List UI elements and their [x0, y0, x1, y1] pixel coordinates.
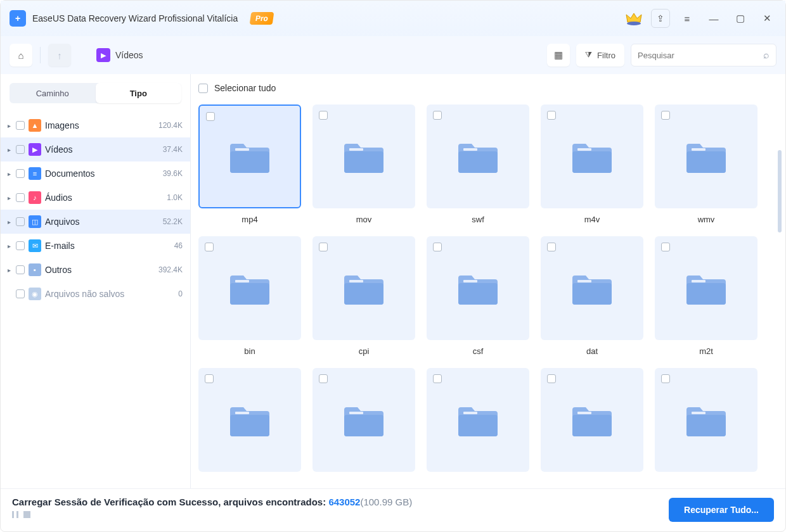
sidebar-item-image[interactable]: ▸ ▲ Imagens 120.4K	[1, 113, 190, 137]
folder-item[interactable]	[427, 368, 529, 488]
category-checkbox[interactable]	[16, 193, 25, 202]
folder-item[interactable]: mov	[312, 104, 415, 225]
folder-item[interactable]: m2t	[655, 236, 757, 357]
folder-card[interactable]	[427, 368, 529, 472]
folder-item[interactable]: dat	[541, 236, 643, 357]
app-icon: +	[10, 10, 26, 27]
audio-icon: ♪	[29, 191, 41, 204]
crown-icon[interactable]	[624, 9, 643, 28]
folder-card[interactable]	[655, 104, 757, 208]
folder-card[interactable]	[198, 368, 301, 472]
folder-card[interactable]	[427, 104, 529, 208]
category-checkbox[interactable]	[16, 169, 25, 178]
folder-item[interactable]: swf	[427, 104, 529, 225]
folder-item[interactable]: bin	[198, 236, 301, 357]
folder-item[interactable]	[655, 368, 757, 488]
category-checkbox[interactable]	[16, 289, 25, 298]
image-icon: ▲	[29, 119, 41, 132]
folder-checkbox[interactable]	[205, 374, 214, 383]
folder-item[interactable]	[198, 368, 301, 488]
pause-icon[interactable]	[12, 511, 14, 518]
sidebar-item-email[interactable]: ▸ ✉ E-mails 46	[1, 234, 190, 258]
category-count: 120.4K	[158, 121, 183, 130]
category-label: Outros	[45, 265, 155, 275]
scan-controls	[12, 511, 30, 518]
segment-type[interactable]: Tipo	[96, 83, 182, 103]
search-box[interactable]: ⌕	[631, 44, 776, 66]
close-button[interactable]: ✕	[757, 9, 776, 28]
folder-checkbox[interactable]	[661, 243, 670, 251]
folder-grid: mp4movswfm4vwmvbincpicsfdatm2t	[191, 102, 785, 488]
folder-card[interactable]	[427, 236, 529, 340]
svg-rect-4	[577, 148, 591, 151]
recover-button[interactable]: Recuperar Tudo...	[669, 498, 774, 522]
scrollbar[interactable]	[778, 150, 782, 232]
folder-card[interactable]	[198, 104, 301, 208]
folder-checkbox[interactable]	[661, 374, 670, 383]
search-input[interactable]	[638, 51, 758, 60]
chevron-right-icon: ▸	[6, 267, 12, 274]
folder-item[interactable]: mp4	[198, 104, 301, 225]
segment-path[interactable]: Caminho	[10, 83, 96, 103]
folder-card[interactable]	[655, 368, 757, 472]
up-button[interactable]: ↑	[48, 44, 71, 66]
category-checkbox[interactable]	[16, 241, 25, 250]
folder-item[interactable]: m4v	[541, 104, 643, 225]
category-label: Arquivos não salvos	[45, 289, 174, 299]
folder-checkbox[interactable]	[206, 112, 215, 121]
folder-checkbox[interactable]	[547, 374, 556, 383]
share-button[interactable]: ⇪	[651, 9, 670, 28]
select-all-checkbox[interactable]	[198, 84, 208, 93]
sidebar-item-video[interactable]: ▸ ▶ Vídeos 37.4K	[1, 137, 190, 162]
stop-icon[interactable]	[23, 511, 30, 518]
category-checkbox[interactable]	[16, 265, 25, 274]
minimize-button[interactable]: —	[704, 9, 723, 28]
status-text: Carregar Sessão de Verificação com Suces…	[12, 497, 412, 507]
folder-checkbox[interactable]	[319, 111, 328, 120]
folder-checkbox[interactable]	[205, 243, 214, 251]
footer: Carregar Sessão de Verificação com Suces…	[1, 488, 785, 531]
folder-checkbox[interactable]	[433, 374, 442, 383]
sidebar-item-unsaved[interactable]: ◉ Arquivos não salvos 0	[1, 282, 190, 306]
folder-card[interactable]	[198, 236, 301, 340]
pro-badge: Pro	[250, 12, 274, 25]
svg-rect-2	[349, 148, 363, 151]
sidebar-item-doc[interactable]: ▸ ≡ Documentos 39.6K	[1, 162, 190, 186]
folder-card[interactable]	[541, 236, 643, 340]
folder-checkbox[interactable]	[547, 111, 556, 120]
folder-item[interactable]	[541, 368, 643, 488]
grid-view-button[interactable]: ▦	[547, 44, 570, 66]
folder-item[interactable]	[312, 368, 415, 488]
pause-icon-2[interactable]	[16, 511, 18, 518]
folder-checkbox[interactable]	[319, 374, 328, 383]
folder-checkbox[interactable]	[433, 243, 442, 251]
folder-card[interactable]	[541, 368, 643, 472]
camera-icon: ◉	[29, 288, 41, 300]
category-checkbox[interactable]	[16, 121, 25, 130]
sidebar-item-audio[interactable]: ▸ ♪ Áudios 1.0K	[1, 186, 190, 210]
folder-checkbox[interactable]	[433, 111, 442, 120]
folder-item[interactable]: wmv	[655, 104, 757, 225]
category-checkbox[interactable]	[16, 217, 25, 226]
folder-card[interactable]	[312, 368, 415, 472]
folder-checkbox[interactable]	[547, 243, 556, 251]
sidebar-item-other[interactable]: ▸ ▪ Outros 392.4K	[1, 258, 190, 282]
svg-rect-11	[235, 412, 249, 414]
folder-item[interactable]: csf	[427, 236, 529, 357]
folder-item[interactable]: cpi	[312, 236, 415, 357]
menu-button[interactable]: ≡	[678, 9, 697, 28]
filter-button[interactable]: ⧩ Filtro	[576, 44, 624, 66]
sidebar-item-archive[interactable]: ▸ ◫ Arquivos 52.2K	[1, 210, 190, 234]
folder-label: mp4	[242, 215, 257, 225]
home-button[interactable]: ⌂	[10, 44, 32, 66]
other-icon: ▪	[29, 263, 41, 276]
folder-card[interactable]	[312, 104, 415, 208]
folder-checkbox[interactable]	[319, 243, 328, 251]
folder-card[interactable]	[541, 104, 643, 208]
folder-card[interactable]	[655, 236, 757, 340]
folder-card[interactable]	[312, 236, 415, 340]
maximize-button[interactable]: ▢	[731, 9, 750, 28]
category-checkbox[interactable]	[16, 145, 25, 154]
category-count: 37.4K	[163, 145, 183, 154]
folder-checkbox[interactable]	[661, 111, 670, 120]
